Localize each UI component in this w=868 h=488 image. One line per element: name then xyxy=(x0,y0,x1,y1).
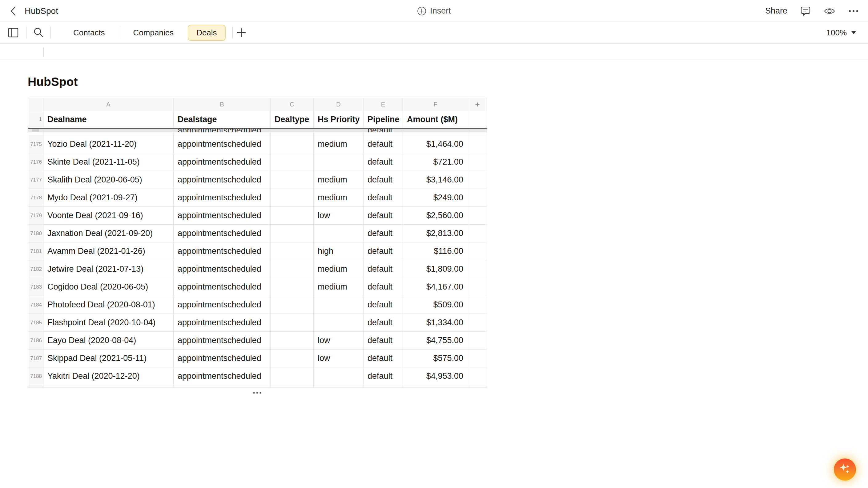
cell-dealname[interactable]: Cogidoo Deal (2020-06-05) xyxy=(43,278,174,296)
cell-extra[interactable] xyxy=(468,225,487,242)
cell-dealtype[interactable] xyxy=(271,207,314,225)
more-rows-indicator[interactable]: ... xyxy=(28,385,487,396)
row-number-cell[interactable]: 7182 xyxy=(28,260,43,278)
cell-dealtype[interactable] xyxy=(271,367,314,385)
cell-amount[interactable]: $575.00 xyxy=(403,350,468,367)
cell-dealstage[interactable]: appointmentscheduled xyxy=(174,350,271,367)
cell-dealname[interactable]: Skippad Deal (2021-05-11) xyxy=(43,350,174,367)
cell-pipeline[interactable]: default xyxy=(364,332,403,350)
cell-dealtype[interactable] xyxy=(271,350,314,367)
cell-dealtype[interactable] xyxy=(271,171,314,189)
tab-companies[interactable]: Companies xyxy=(125,25,183,41)
header-dealstage[interactable]: Dealstage xyxy=(174,111,271,128)
cell-extra[interactable] xyxy=(468,350,487,367)
column-header-d[interactable]: D xyxy=(314,98,364,111)
cell-dealstage[interactable]: appointmentscheduled xyxy=(174,135,271,153)
add-column-button[interactable]: + xyxy=(468,98,487,111)
cell-dealstage[interactable]: appointmentscheduled xyxy=(174,225,271,242)
view-button[interactable] xyxy=(824,5,835,17)
header-amount[interactable]: Amount ($M) xyxy=(403,111,468,128)
cell-dealstage[interactable]: appointmentscheduled xyxy=(174,367,271,385)
cell-pipeline[interactable]: default xyxy=(364,278,403,296)
cell-dealstage[interactable]: appointmentscheduled xyxy=(174,207,271,225)
cell-dealname[interactable]: Photofeed Deal (2020-08-01) xyxy=(43,296,174,314)
ai-assistant-button[interactable] xyxy=(832,457,858,482)
cell-amount[interactable]: $249.00 xyxy=(403,189,468,207)
column-header-f[interactable]: F xyxy=(403,98,468,111)
cell-pipeline[interactable]: default xyxy=(364,189,403,207)
cell-amount[interactable]: $721.00 xyxy=(403,153,468,171)
cell-dealstage[interactable]: appointmentscheduled xyxy=(174,278,271,296)
cell-dealstage[interactable]: appointmentscheduled xyxy=(174,332,271,350)
row-number-cell[interactable]: 7176 xyxy=(28,153,43,171)
cell-hs-priority[interactable] xyxy=(314,367,364,385)
cell-dealname[interactable]: Jetwire Deal (2021-07-13) xyxy=(43,260,174,278)
cell-dealname[interactable]: Skinte Deal (2021-11-05) xyxy=(43,153,174,171)
row-number-cell[interactable]: 7183 xyxy=(28,278,43,296)
row-number-cell[interactable]: 7180 xyxy=(28,225,43,242)
cell-pipeline[interactable]: default xyxy=(364,135,403,153)
share-button[interactable]: Share xyxy=(765,6,787,16)
more-options-button[interactable] xyxy=(848,5,859,17)
cell-dealname[interactable]: Yozio Deal (2021-11-20) xyxy=(43,135,174,153)
column-header-b[interactable]: B xyxy=(174,98,271,111)
cell-extra[interactable] xyxy=(468,260,487,278)
cell-extra[interactable] xyxy=(468,242,487,260)
cell-amount[interactable]: $3,146.00 xyxy=(403,171,468,189)
cell-dealname[interactable]: Voonte Deal (2021-09-16) xyxy=(43,207,174,225)
cell-pipeline[interactable]: default xyxy=(364,314,403,332)
cell-dealtype[interactable] xyxy=(271,135,314,153)
cell-dealstage[interactable]: appointmentscheduled xyxy=(174,314,271,332)
cell-hs-priority[interactable]: medium xyxy=(314,189,364,207)
cell-dealname[interactable]: Skalith Deal (2020-06-05) xyxy=(43,171,174,189)
insert-button[interactable]: Insert xyxy=(417,0,451,22)
cell-amount[interactable]: $2,813.00 xyxy=(403,225,468,242)
cell-pipeline[interactable]: default xyxy=(364,171,403,189)
row-number-cell[interactable]: 7181 xyxy=(28,242,43,260)
row-number-cell[interactable]: 7177 xyxy=(28,171,43,189)
header-hs-priority[interactable]: Hs Priority xyxy=(314,111,364,128)
cell-dealname[interactable]: Yakitri Deal (2020-12-20) xyxy=(43,367,174,385)
cell-hs-priority[interactable] xyxy=(314,314,364,332)
cell-hs-priority[interactable]: medium xyxy=(314,135,364,153)
cell-dealstage[interactable]: appointmentscheduled xyxy=(174,260,271,278)
cell-dealname[interactable]: Avamm Deal (2021-01-26) xyxy=(43,242,174,260)
cell-dealtype[interactable] xyxy=(271,189,314,207)
comments-button[interactable] xyxy=(800,5,811,17)
row-number-cell[interactable]: 7179 xyxy=(28,207,43,225)
cell-dealname[interactable]: Jaxnation Deal (2021-09-20) xyxy=(43,225,174,242)
sidebar-toggle-button[interactable] xyxy=(7,27,19,38)
cell-amount[interactable]: $1,809.00 xyxy=(403,260,468,278)
column-header-e[interactable]: E xyxy=(364,98,403,111)
cell-extra[interactable] xyxy=(468,171,487,189)
row-number-cell[interactable]: 7186 xyxy=(28,332,43,350)
row-number-cell[interactable]: 7185 xyxy=(28,314,43,332)
page-title[interactable]: HubSpot xyxy=(28,75,78,89)
cell-hs-priority[interactable]: low xyxy=(314,207,364,225)
header-dealname[interactable]: Dealname xyxy=(43,111,174,128)
cell-hs-priority[interactable] xyxy=(314,153,364,171)
cell-extra[interactable] xyxy=(468,314,487,332)
cell-amount[interactable]: $1,464.00 xyxy=(403,135,468,153)
cell-dealstage[interactable]: appointmentscheduled xyxy=(174,189,271,207)
cell-extra[interactable] xyxy=(468,278,487,296)
cell-pipeline[interactable]: default xyxy=(364,242,403,260)
cell-dealtype[interactable] xyxy=(271,225,314,242)
cell-dealtype[interactable] xyxy=(271,153,314,171)
cell-dealname[interactable]: Flashpoint Deal (2020-10-04) xyxy=(43,314,174,332)
cell-extra[interactable] xyxy=(468,207,487,225)
header-dealtype[interactable]: Dealtype xyxy=(271,111,314,128)
cell-hs-priority[interactable]: high xyxy=(314,242,364,260)
cell-extra[interactable] xyxy=(468,332,487,350)
cell-dealstage[interactable]: appointmentscheduled xyxy=(174,171,271,189)
cell-amount[interactable]: $4,755.00 xyxy=(403,332,468,350)
cell-extra[interactable] xyxy=(468,153,487,171)
cell-dealstage[interactable]: appointmentscheduled xyxy=(174,242,271,260)
cell-dealtype[interactable] xyxy=(271,332,314,350)
row-number-cell[interactable]: 7184 xyxy=(28,296,43,314)
cell-hs-priority[interactable] xyxy=(314,296,364,314)
cell-dealtype[interactable] xyxy=(271,260,314,278)
cell-extra[interactable] xyxy=(468,367,487,385)
cell-hs-priority[interactable] xyxy=(314,225,364,242)
back-button[interactable] xyxy=(8,5,19,17)
